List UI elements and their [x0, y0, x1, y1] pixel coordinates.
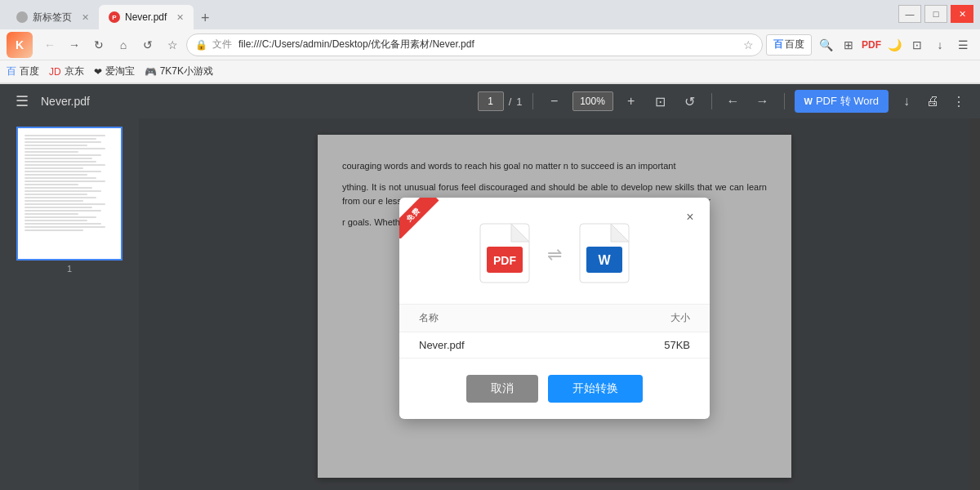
thumb-line	[24, 207, 92, 208]
zoom-out-button[interactable]: −	[543, 90, 566, 113]
moon-icon[interactable]: 🌙	[884, 34, 905, 56]
thumb-line	[24, 187, 92, 189]
pdf-action-icons: ↓ 🖨 ⋮	[895, 90, 970, 113]
baidu-search-btn[interactable]: 百 百度	[766, 34, 812, 56]
pdf-page-controls: / 1	[478, 91, 523, 111]
pdf-title: Never.pdf	[41, 95, 90, 108]
menu-icon[interactable]: ☰	[952, 34, 973, 56]
pdf-thumbnail-1[interactable]	[16, 127, 122, 261]
tab1-favicon	[16, 11, 28, 23]
thumbnail-lines	[24, 135, 114, 231]
svg-text:W: W	[598, 253, 611, 267]
bookmark-add-button[interactable]: ☆	[162, 34, 183, 56]
next-page-button[interactable]: →	[751, 90, 774, 113]
toolbar-divider3	[784, 93, 785, 109]
window-controls: 2 — □ ✕	[898, 5, 973, 23]
home-button[interactable]: ⌂	[113, 34, 134, 56]
jd-bookmark-label: 京东	[65, 65, 84, 78]
tab2-close[interactable]: ✕	[176, 12, 184, 23]
table-header: 名称 大小	[399, 305, 710, 332]
file-name-cell: Never.pdf	[419, 339, 664, 351]
start-convert-button[interactable]: 开始转换	[548, 375, 643, 403]
zoom-display: 100%	[572, 91, 613, 111]
bookmark-7k7k[interactable]: 🎮 7K7K小游戏	[145, 65, 213, 78]
pdf-sidebar: 1	[0, 118, 139, 490]
fit-page-button[interactable]: ⊡	[649, 90, 672, 113]
thumb-line	[24, 229, 83, 231]
new-tab-button[interactable]: +	[194, 7, 216, 29]
page-divider	[532, 93, 533, 109]
zoom-in-button[interactable]: +	[620, 90, 643, 113]
maximize-button[interactable]: □	[924, 5, 947, 23]
thumb-line	[24, 220, 87, 221]
address-prefix: 文件	[212, 38, 232, 51]
svg-text:PDF: PDF	[493, 254, 516, 267]
close-button[interactable]: ✕	[951, 5, 973, 23]
thumb-line	[24, 180, 105, 182]
baidu-label: 百度	[785, 38, 804, 51]
word-icon-svg: W	[578, 222, 630, 284]
prev-page-button[interactable]: ←	[722, 90, 745, 113]
modal-overlay: 免费 × PDF	[139, 118, 970, 490]
pdf-scrollbar[interactable]	[970, 118, 980, 490]
pdf-more-icon[interactable]: ⋮	[947, 90, 970, 113]
rotate-button[interactable]: ↺	[679, 90, 702, 113]
pdf-icon-svg: PDF	[479, 222, 531, 284]
back-button[interactable]: ←	[39, 34, 60, 56]
thumb-line	[24, 135, 105, 136]
tab-newtab[interactable]: 新标签页 ✕	[7, 5, 99, 29]
tab-neverpdf[interactable]: P Never.pdf ✕	[99, 5, 194, 29]
bookmark-taobao[interactable]: ❤ 爱淘宝	[94, 65, 135, 78]
pdf-file-icon: PDF	[479, 222, 531, 287]
forward-button[interactable]: →	[64, 34, 85, 56]
file-size-cell: 57KB	[664, 339, 690, 351]
taobao-bookmark-label: 爱淘宝	[105, 65, 135, 78]
pdf-download-icon[interactable]: ↓	[895, 90, 918, 113]
address-lock-icon: 🔒	[195, 39, 207, 51]
browser-logo: K	[7, 32, 33, 58]
thumb-line	[24, 158, 92, 159]
word-icon-small: W	[804, 96, 813, 106]
tab1-close[interactable]: ✕	[82, 12, 89, 23]
modal-close-button[interactable]: ×	[680, 207, 700, 227]
badge-label: 免费	[399, 198, 439, 238]
tab1-label: 新标签页	[33, 11, 72, 24]
thumb-line	[24, 167, 83, 169]
crop-icon[interactable]: ⊡	[906, 34, 928, 56]
toolbar-divider2	[711, 93, 712, 109]
pdf-viewer: ☰ Never.pdf / 1 − 100% + ⊡ ↺ ← → W PDF 转…	[0, 84, 980, 490]
bookmark-star-icon[interactable]: ☆	[743, 38, 754, 51]
download-icon[interactable]: ↓	[929, 34, 951, 56]
bookmark-baidu[interactable]: 百 百度	[7, 65, 39, 78]
thumb-line	[24, 151, 78, 153]
thumb-line	[24, 145, 87, 146]
thumb-line	[24, 148, 105, 149]
address-box[interactable]: 🔒 文件 file:///C:/Users/admin/Desktop/优化备用…	[186, 33, 763, 56]
thumb-line	[24, 141, 101, 143]
history-button[interactable]: ↺	[137, 34, 158, 56]
thumb-line	[24, 161, 96, 163]
pdf-tool-icon[interactable]: PDF	[861, 34, 882, 56]
browser-toolbar-icons: 🔍 ⊞ PDF 🌙 ⊡ ↓ ☰	[815, 34, 973, 56]
minimize-button[interactable]: —	[898, 5, 921, 23]
thumb-line	[24, 138, 96, 140]
convert-modal: 免费 × PDF	[399, 198, 710, 419]
table-row-1: Never.pdf 57KB	[399, 332, 710, 359]
pdf-convert-button[interactable]: W PDF 转 Word	[795, 90, 889, 113]
pdf-menu-icon[interactable]: ☰	[10, 92, 34, 110]
thumb-line	[24, 200, 83, 202]
bookmark-jd[interactable]: JD 京东	[49, 65, 84, 78]
jd-bookmark-icon: JD	[49, 66, 61, 78]
apps-icon[interactable]: ⊞	[838, 34, 859, 56]
taobao-bookmark-icon: ❤	[94, 66, 102, 78]
pdf-page-input[interactable]	[478, 91, 504, 111]
pdf-page-total: 1	[516, 96, 522, 108]
search-icon[interactable]: 🔍	[815, 34, 836, 56]
tab2-favicon: P	[109, 11, 120, 23]
address-bar-row: K ← → ↻ ⌂ ↺ ☆ 🔒 文件 file:///C:/Users/admi…	[0, 29, 980, 60]
modal-free-badge: 免费	[399, 198, 440, 238]
cancel-button[interactable]: 取消	[466, 375, 538, 403]
pdf-print-icon[interactable]: 🖨	[921, 90, 944, 113]
baidu-bookmark-icon: 百	[7, 65, 16, 78]
refresh-button[interactable]: ↻	[88, 34, 109, 56]
